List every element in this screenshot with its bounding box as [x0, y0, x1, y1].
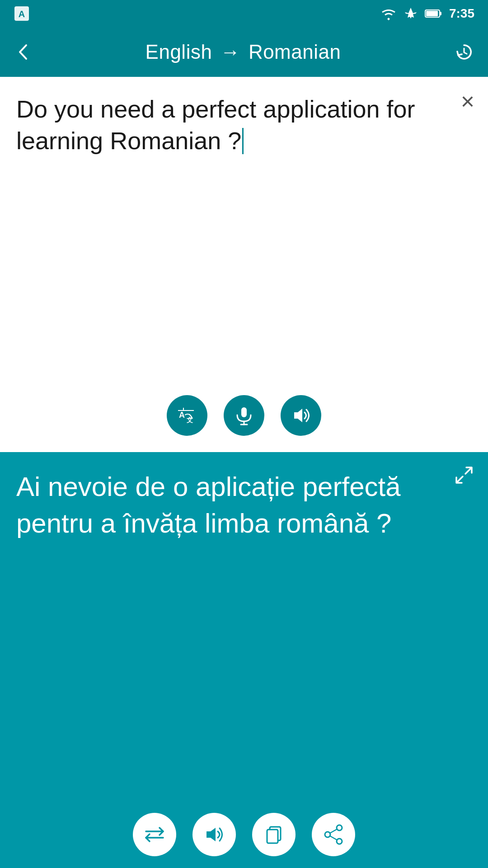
copy-button[interactable] — [252, 813, 296, 856]
svg-rect-9 — [241, 407, 247, 417]
svg-line-20 — [330, 836, 337, 840]
text-cursor — [242, 128, 244, 154]
swap-languages-button[interactable] — [133, 813, 176, 856]
mic-button[interactable] — [224, 395, 264, 436]
source-language: English — [145, 41, 212, 63]
source-text[interactable]: Do you need a perfect application for le… — [16, 93, 472, 156]
translation-direction: English → Romanian — [145, 41, 341, 63]
close-button[interactable]: × — [461, 90, 474, 113]
svg-line-12 — [465, 468, 471, 474]
svg-rect-15 — [267, 830, 278, 843]
svg-rect-4 — [440, 12, 441, 15]
status-bar: A 7:35 — [0, 0, 488, 27]
source-actions: A 文 — [167, 395, 321, 436]
svg-text:A: A — [179, 410, 185, 420]
wifi-icon — [380, 7, 397, 20]
app-bar: English → Romanian — [0, 27, 488, 77]
svg-rect-3 — [426, 11, 438, 16]
translation-panel: Ai nevoie de o aplicație perfectă pentru… — [0, 452, 488, 868]
arrow-icon: → — [220, 41, 240, 63]
translation-actions — [133, 813, 355, 856]
share-button[interactable] — [312, 813, 355, 856]
translate-button[interactable]: A 文 — [167, 395, 207, 436]
translation-text: Ai nevoie de o aplicație perfectă pentru… — [16, 468, 472, 542]
expand-button[interactable] — [454, 465, 474, 489]
app-icon: A — [14, 5, 30, 22]
history-button[interactable] — [454, 42, 474, 62]
airplane-icon — [404, 7, 418, 20]
status-right: 7:35 — [380, 6, 474, 21]
svg-point-16 — [337, 825, 342, 830]
battery-icon — [425, 9, 442, 19]
svg-point-17 — [325, 832, 330, 837]
svg-line-19 — [330, 829, 337, 833]
status-left: A — [14, 5, 30, 22]
time-display: 7:35 — [449, 6, 474, 21]
source-speaker-button[interactable] — [281, 395, 321, 436]
source-panel: × Do you need a perfect application for … — [0, 77, 488, 452]
svg-text:A: A — [19, 9, 25, 19]
back-button[interactable] — [14, 42, 33, 61]
target-language: Romanian — [249, 41, 341, 63]
translation-speaker-button[interactable] — [192, 813, 236, 856]
svg-line-13 — [457, 476, 463, 482]
svg-point-18 — [337, 839, 342, 844]
